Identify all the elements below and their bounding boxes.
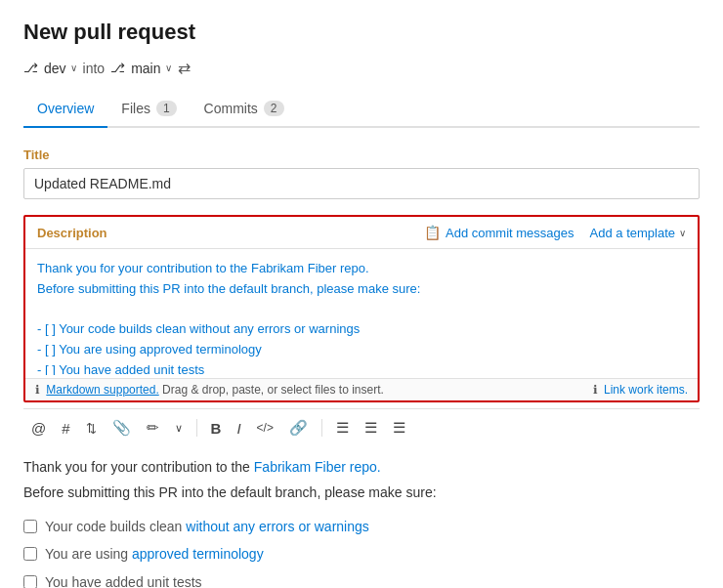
info-icon: ℹ — [35, 383, 40, 397]
branch-to-icon: ⎇ — [110, 61, 125, 75]
checklist-checkbox-3[interactable] — [23, 575, 37, 588]
preview-checklist: Your code builds clean without any error… — [23, 516, 700, 588]
checklist-checkbox-2[interactable] — [23, 547, 37, 561]
tab-commits-label: Commits — [204, 101, 258, 116]
preview-section: Thank you for your contribution to the F… — [23, 444, 700, 588]
description-section: Description 📋 Add commit messages Add a … — [23, 215, 700, 402]
toolbar-table-button[interactable]: ⇅ — [82, 419, 101, 438]
tabs-bar: Overview Files 1 Commits 2 — [23, 93, 700, 128]
checklist-item-3: You have added unit tests — [23, 571, 700, 588]
preview-line1-text: Thank you for your contribution to the — [23, 459, 254, 475]
checklist-item-1: Your code builds clean without any error… — [23, 516, 700, 537]
description-actions: 📋 Add commit messages Add a template ∨ — [424, 225, 686, 240]
markdown-info: ℹ Markdown supported. Drag & drop, paste… — [35, 383, 384, 397]
branch-to-chevron: ∨ — [165, 63, 172, 73]
page-container: New pull request ⎇ dev ∨ into ⎇ main ∨ ⇄… — [0, 0, 723, 588]
add-template-button[interactable]: Add a template ∨ — [590, 226, 686, 240]
branch-to-selector[interactable]: main ∨ — [131, 61, 171, 76]
checklist-blue-2: approved terminology — [132, 546, 264, 562]
toolbar-mention-button[interactable]: @ — [27, 418, 50, 439]
link-icon: ℹ — [593, 383, 598, 397]
checklist-checkbox-1[interactable] — [23, 520, 37, 533]
add-commit-messages-button[interactable]: 📋 Add commit messages — [424, 225, 574, 240]
toolbar-link-button[interactable]: 🔗 — [285, 417, 312, 439]
toolbar-brush-chevron[interactable]: ∨ — [171, 420, 187, 437]
toolbar-separator-2 — [321, 419, 322, 437]
markdown-bar: ℹ Markdown supported. Drag & drop, paste… — [25, 378, 698, 400]
tab-commits[interactable]: Commits 2 — [191, 93, 298, 128]
tab-overview[interactable]: Overview — [23, 93, 107, 128]
toolbar-ul-button[interactable]: ☰ — [332, 417, 353, 439]
drag-drop-text: Drag & drop, paste, or select files to i… — [162, 383, 384, 397]
description-textarea[interactable]: Thank you for your contribution to the F… — [25, 248, 698, 375]
toolbar-hash-button[interactable]: # — [58, 418, 73, 439]
branch-from-chevron: ∨ — [70, 63, 77, 73]
title-input[interactable] — [23, 168, 700, 199]
branch-from-icon: ⎇ — [23, 61, 38, 75]
markdown-supported-link[interactable]: Markdown supported. — [46, 383, 158, 397]
checklist-text-1: Your code builds clean without any error… — [45, 516, 369, 537]
toolbar-separator-1 — [196, 419, 197, 437]
branch-from-label: dev — [44, 61, 66, 76]
commit-icon: 📋 — [424, 225, 441, 240]
tab-files[interactable]: Files 1 — [107, 93, 190, 128]
checklist-text-3: You have added unit tests — [45, 571, 202, 588]
toolbar-brush-button[interactable]: ✏ — [143, 417, 163, 439]
checklist-blue-1: without any errors or warnings — [186, 519, 369, 534]
toolbar-italic-button[interactable]: I — [233, 418, 244, 439]
title-label: Title — [23, 147, 700, 162]
tab-files-badge: 1 — [156, 101, 177, 116]
toolbar-code-button[interactable]: </> — [253, 419, 277, 437]
add-template-chevron: ∨ — [679, 228, 686, 238]
add-commit-messages-label: Add commit messages — [446, 226, 574, 240]
page-title: New pull request — [23, 20, 700, 45]
checklist-item-2: You are using approved terminology — [23, 543, 700, 565]
branch-to-label: main — [131, 61, 160, 76]
branch-row: ⎇ dev ∨ into ⎇ main ∨ ⇄ — [23, 59, 700, 77]
toolbar-indent-button[interactable]: ☰ — [389, 417, 409, 439]
into-text: into — [83, 61, 106, 76]
tab-commits-badge: 2 — [264, 101, 284, 116]
description-header: Description 📋 Add commit messages Add a … — [25, 217, 698, 248]
preview-line1: Thank you for your contribution to the F… — [23, 456, 700, 478]
branch-from-selector[interactable]: dev ∨ — [44, 61, 77, 76]
toolbar-attach-button[interactable]: 📎 — [108, 417, 135, 439]
toolbar-ol-button[interactable]: ☰ — [361, 417, 381, 439]
description-label: Description — [37, 226, 107, 240]
link-work-items-link[interactable]: Link work items. — [604, 383, 688, 397]
editor-toolbar: @ # ⇅ 📎 ✏ ∨ B I </> 🔗 ☰ ☰ ☰ — [23, 408, 700, 444]
preview-line1-blue: Fabrikam Fiber repo. — [254, 459, 381, 475]
preview-line2: Before submitting this PR into the defau… — [23, 482, 700, 503]
checklist-text-2: You are using approved terminology — [45, 543, 264, 565]
link-work-container: ℹ Link work items. — [593, 383, 688, 397]
add-template-label: Add a template — [590, 226, 675, 240]
tab-overview-label: Overview — [37, 101, 94, 116]
swap-icon[interactable]: ⇄ — [178, 59, 191, 77]
toolbar-bold-button[interactable]: B — [207, 418, 226, 439]
tab-files-label: Files — [121, 101, 150, 116]
